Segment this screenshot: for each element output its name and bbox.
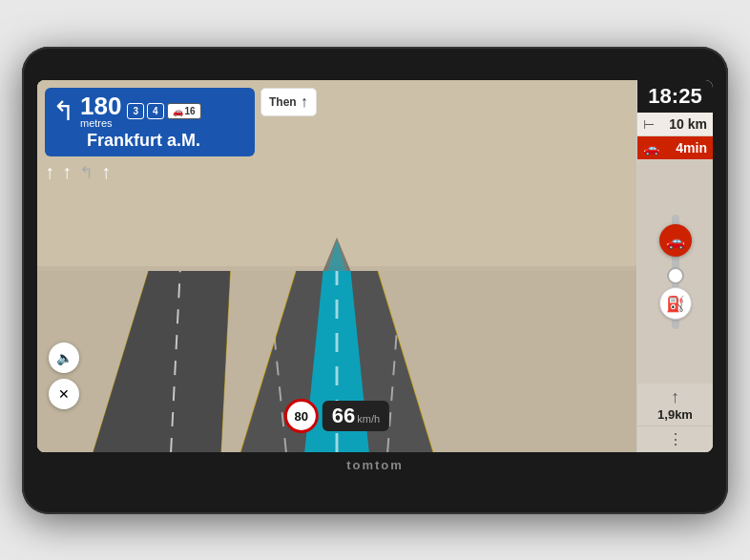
lane-arrow-2: ↑ <box>62 161 72 183</box>
eta-value: 4min <box>663 140 707 156</box>
road-badge-4: 4 <box>147 103 164 119</box>
bottom-controls: 🔈 ✕ <box>49 342 79 409</box>
speed-sign-icon: 🚗 <box>173 107 183 116</box>
speed-limit-sign: 80 <box>284 399 319 433</box>
device-screen: ↰ 180 metres 3 4 🚗 16 <box>37 80 713 452</box>
traffic-dot <box>667 267 684 284</box>
traffic-car-red: 🚗 <box>659 224 692 257</box>
clock-display: 18:25 <box>645 86 705 107</box>
traffic-bar: 🚗 ⛽ <box>637 160 713 384</box>
more-icon: ⋮ <box>668 431 683 447</box>
road-badge-speed: 🚗 16 <box>167 103 201 119</box>
destination-name: Frankfurt a.M. <box>52 131 247 151</box>
map-area[interactable]: ↰ 180 metres 3 4 🚗 16 <box>37 80 636 452</box>
turn-instruction-box: ↰ 180 metres 3 4 🚗 16 <box>45 88 255 156</box>
mute-icon: 🔈 <box>56 350 73 365</box>
road-badge-3: 3 <box>127 103 144 119</box>
distance-number: 180 <box>80 93 121 118</box>
close-icon: ✕ <box>58 386 70 402</box>
lane-arrow-3: ↰ <box>79 162 94 183</box>
lane-guidance: ↑ ↑ ↰ ↑ <box>45 161 111 183</box>
nearby-distance-value: 1,9km <box>657 407 693 422</box>
turn-arrow-icon: ↰ <box>52 98 74 125</box>
distance-unit: metres <box>80 118 121 129</box>
lane-arrow-4: ↑ <box>101 161 111 183</box>
speed-limit-value: 80 <box>295 409 308 424</box>
nearby-distance-panel: ↑ 1,9km <box>637 384 713 425</box>
distance-icon: ⊢ <box>643 116 655 132</box>
current-speed-display: 66 km/h <box>323 401 389 431</box>
mute-button[interactable]: 🔈 <box>49 342 79 373</box>
navigation-overlay: ↰ 180 metres 3 4 🚗 16 <box>45 88 636 156</box>
speed-unit: km/h <box>357 413 380 425</box>
brand-label: tomtom <box>346 458 404 472</box>
traffic-track: 🚗 ⛽ <box>672 215 679 329</box>
speed-number: 66 <box>332 404 355 428</box>
time-panel: 18:25 <box>637 80 713 113</box>
close-button[interactable]: ✕ <box>49 379 79 409</box>
distance-value: 10 km <box>658 116 707 132</box>
then-box: Then ↑ <box>260 88 317 116</box>
turn-distance: 180 metres <box>80 93 121 129</box>
eta-row: 🚗 4min <box>637 136 713 160</box>
gas-station-icon: ⛽ <box>659 287 692 320</box>
then-arrow-icon: ↑ <box>301 93 308 111</box>
gps-device: ↰ 180 metres 3 4 🚗 16 <box>22 47 728 514</box>
speed-badge-value: 16 <box>185 106 196 116</box>
distance-row: ⊢ 10 km <box>637 113 713 136</box>
road-badges: 3 4 🚗 16 <box>127 103 200 119</box>
car-icon: 🚗 <box>643 140 659 156</box>
compass-icon: ↑ <box>671 387 679 407</box>
right-sidebar: 18:25 ⊢ 10 km 🚗 4min 🚗 <box>636 80 713 452</box>
speed-display: 80 66 km/h <box>284 399 389 433</box>
then-label: Then <box>269 95 297 109</box>
more-button[interactable]: ⋮ <box>637 425 713 452</box>
lane-arrow-1: ↑ <box>45 161 54 183</box>
